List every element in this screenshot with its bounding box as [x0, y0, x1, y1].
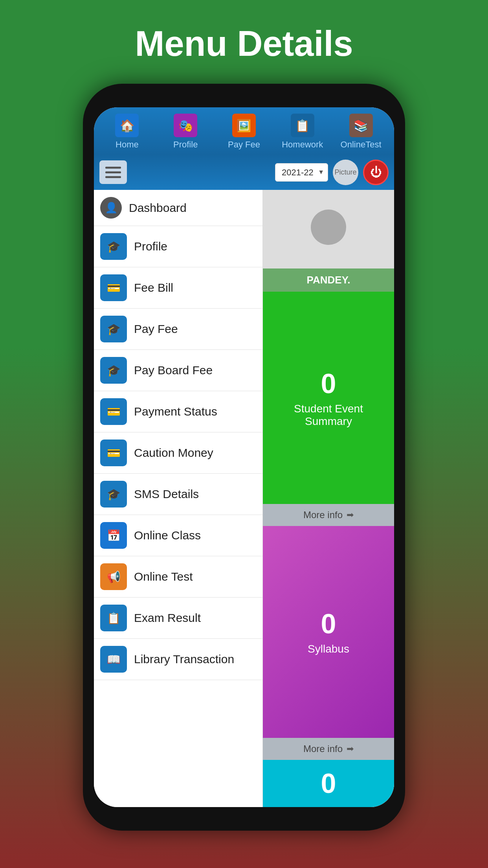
sidebar-item-exam-result[interactable]: 📋 Exam Result [94, 598, 262, 639]
student-event-card: 0 Student Event Summary [263, 292, 394, 504]
sidebar-item-payment-status[interactable]: 💳 Payment Status [94, 391, 262, 432]
sidebar-item-caution-money[interactable]: 💳 Caution Money [94, 432, 262, 474]
profile-area [263, 190, 394, 268]
more-info-text-1: More info [303, 509, 343, 520]
more-info-arrow-1: ➡ [347, 510, 354, 520]
sidebar-item-fee-bill[interactable]: 💳 Fee Bill [94, 267, 262, 309]
sidebar-item-sms-details[interactable]: 🎓 SMS Details [94, 474, 262, 515]
avatar [311, 210, 346, 245]
fee-bill-icon: 💳 [100, 274, 127, 301]
syllabus-label: Syllabus [308, 643, 349, 655]
teal-number: 0 [321, 768, 336, 799]
caution-money-label: Caution Money [134, 446, 213, 460]
pay-board-fee-icon: 🎓 [100, 357, 127, 384]
teal-card: 0 [263, 760, 394, 807]
dashboard-icon: 👤 [100, 197, 122, 219]
fee-bill-label: Fee Bill [134, 281, 173, 294]
library-label: Library Transaction [134, 653, 234, 666]
nav-item-home[interactable]: 🏠 Home [98, 114, 156, 150]
sms-details-label: SMS Details [134, 487, 199, 501]
page-title: Menu Details [0, 0, 488, 84]
payment-status-label: Payment Status [134, 405, 217, 418]
top-nav: 🏠 Home 🎭 Profile 🖼️ Pay Fee 📋 Homework 📚… [94, 107, 394, 154]
phone-screen: 🏠 Home 🎭 Profile 🖼️ Pay Fee 📋 Homework 📚… [94, 107, 394, 807]
student-event-number: 0 [321, 368, 336, 399]
online-test-label: Online Test [134, 570, 193, 583]
main-area: 👤 Dashboard 🎓 Profile 💳 Fee Bill 🎓 [94, 190, 394, 807]
name-banner: PANDEY. [263, 268, 394, 292]
nav-item-onlinetest[interactable]: 📚 OnlineTest [332, 114, 390, 150]
menu-line-1 [105, 167, 121, 169]
menu-line-3 [105, 176, 121, 178]
sms-details-icon: 🎓 [100, 481, 127, 508]
pay-fee-icon: 🎓 [100, 316, 127, 342]
more-info-arrow-2: ➡ [347, 744, 354, 754]
online-class-icon: 📅 [100, 522, 127, 549]
home-icon: 🏠 [115, 114, 139, 137]
nav-item-homework[interactable]: 📋 Homework [273, 114, 332, 150]
power-icon: ⏻ [370, 166, 382, 179]
profile-label: Profile [134, 240, 167, 253]
dashboard-label: Dashboard [129, 201, 187, 215]
year-dropdown[interactable]: 2021-22 [275, 163, 328, 182]
year-select-wrapper: 2021-22 [275, 163, 328, 182]
payfee-nav-icon: 🖼️ [232, 114, 256, 137]
homework-nav-icon: 📋 [291, 114, 314, 137]
nav-label-onlinetest: OnlineTest [341, 140, 382, 150]
exam-result-label: Exam Result [134, 611, 201, 625]
sidebar-item-pay-board-fee[interactable]: 🎓 Pay Board Fee [94, 350, 262, 391]
sidebar-item-library[interactable]: 📖 Library Transaction [94, 639, 262, 680]
sidebar: 👤 Dashboard 🎓 Profile 💳 Fee Bill 🎓 [94, 190, 263, 807]
student-event-label: Student Event Summary [271, 403, 386, 428]
online-class-label: Online Class [134, 529, 201, 542]
onlinetest-nav-icon: 📚 [349, 114, 373, 137]
nav-label-homework: Homework [282, 140, 323, 150]
sidebar-item-dashboard[interactable]: 👤 Dashboard [94, 190, 262, 226]
picture-label: Picture [334, 168, 356, 177]
pay-fee-label: Pay Fee [134, 322, 178, 336]
right-panel: PANDEY. 0 Student Event Summary More inf… [263, 190, 394, 807]
sidebar-item-online-test[interactable]: 📢 Online Test [94, 556, 262, 598]
student-event-more-info[interactable]: More info ➡ [263, 504, 394, 526]
exam-result-icon: 📋 [100, 605, 127, 631]
profile-nav-icon: 🎭 [174, 114, 197, 137]
phone-wrapper: 🏠 Home 🎭 Profile 🖼️ Pay Fee 📋 Homework 📚… [83, 84, 405, 831]
syllabus-card: 0 Syllabus [263, 526, 394, 738]
syllabus-more-info[interactable]: More info ➡ [263, 738, 394, 760]
pay-board-fee-label: Pay Board Fee [134, 364, 213, 377]
library-icon: 📖 [100, 646, 127, 673]
sidebar-item-profile[interactable]: 🎓 Profile [94, 226, 262, 267]
nav-item-profile[interactable]: 🎭 Profile [156, 114, 215, 150]
more-info-text-2: More info [303, 743, 343, 754]
menu-line-2 [105, 171, 121, 173]
nav-label-payfee: Pay Fee [228, 140, 260, 150]
syllabus-number: 0 [321, 608, 336, 640]
sidebar-item-pay-fee[interactable]: 🎓 Pay Fee [94, 309, 262, 350]
power-button[interactable]: ⏻ [363, 160, 389, 185]
payment-status-icon: 💳 [100, 398, 127, 425]
nav-label-home: Home [116, 140, 139, 150]
header-bar: 2021-22 Picture ⏻ [94, 154, 394, 190]
sidebar-item-online-class[interactable]: 📅 Online Class [94, 515, 262, 556]
menu-button[interactable] [99, 160, 127, 184]
online-test-icon: 📢 [100, 563, 127, 590]
nav-label-profile: Profile [173, 140, 198, 150]
picture-button[interactable]: Picture [333, 160, 358, 185]
profile-icon: 🎓 [100, 233, 127, 260]
nav-item-payfee[interactable]: 🖼️ Pay Fee [215, 114, 273, 150]
caution-money-icon: 💳 [100, 440, 127, 466]
